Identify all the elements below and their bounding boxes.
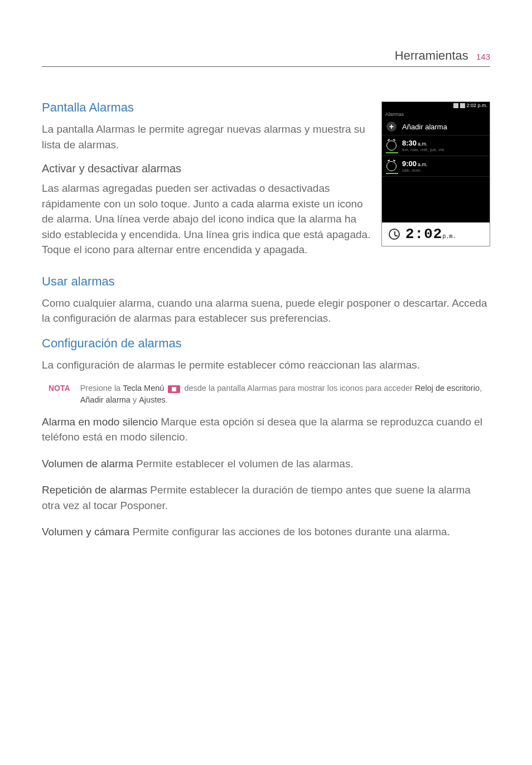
alarm-1-ampm: a.m. <box>418 141 428 147</box>
alarm-row-2[interactable]: 9:00a.m. sáb, dom <box>382 156 490 177</box>
menu-key-icon <box>168 385 180 393</box>
alarm-1-time: 8:30a.m. <box>402 139 444 147</box>
note-tecla-menu: Tecla Menú <box>123 384 164 393</box>
phone-status-bar: 2:02 p.m. <box>382 102 490 110</box>
clock-icon <box>389 229 400 240</box>
alarm-clock-icon <box>386 141 396 151</box>
alarm-2-ampm: a.m. <box>418 162 428 167</box>
alarm-clock-icon <box>386 161 396 171</box>
alarm-row-1[interactable]: 8:30a.m. lun, mar, mié, jue, vie <box>382 135 490 156</box>
note-dot: . <box>166 395 168 404</box>
option-volumen-lead: Volumen de alarma <box>42 458 133 469</box>
footer-pm: p.m. <box>442 234 456 240</box>
paragraph-config: La configuración de alarmas le permite e… <box>42 357 490 373</box>
option-repeticion-lead: Repetición de alarmas <box>42 484 147 496</box>
footer-time: 2:02p.m. <box>405 226 456 243</box>
option-volumen-rest: Permite establecer el volumen de las ala… <box>133 458 354 469</box>
signal-icon <box>453 103 458 108</box>
note-sep1: , <box>480 384 482 393</box>
option-silencio-lead: Alarma en modo silencio <box>42 416 158 428</box>
alarm-2-hhmm: 9:00 <box>402 159 417 168</box>
section-title-usar-alarmas: Usar alarmas <box>42 274 490 289</box>
screen-tab-label: Alarmas <box>382 110 490 118</box>
option-silencio: Alarma en modo silencio Marque esta opci… <box>42 414 490 445</box>
note-bold-3: Ajustes <box>139 395 166 404</box>
alarm-1-hhmm: 8:30 <box>402 139 417 147</box>
alarm-2-days: sáb, dom <box>402 168 428 173</box>
alarms-screenshot: 2:02 p.m. Alarmas + Añadir alarma 8:30a.… <box>381 101 490 246</box>
note-bold-2: Añadir alarma <box>80 395 130 404</box>
add-alarm-label: Añadir alarma <box>402 123 447 131</box>
note-sep2: y <box>130 395 139 404</box>
alarm-1-days: lun, mar, mié, jue, vie <box>402 147 444 152</box>
note-pre: Presione la <box>80 384 123 393</box>
status-time: 2:02 p.m. <box>466 103 487 108</box>
note-bold-1: Reloj de escritorio <box>415 384 480 393</box>
add-alarm-row[interactable]: + Añadir alarma <box>382 118 490 135</box>
note-text: Presione la Tecla Menú desde la pantalla… <box>80 382 490 406</box>
plus-icon: + <box>386 122 396 132</box>
note-block: NOTA Presione la Tecla Menú desde la pan… <box>49 382 490 406</box>
option-volcam-rest: Permite configurar las acciones de los b… <box>129 526 450 538</box>
header-title-wrap: Herramientas 143 <box>395 49 490 63</box>
clock-footer: 2:02p.m. <box>382 222 490 246</box>
header-title: Herramientas <box>395 49 468 62</box>
alarm-2-time: 9:00a.m. <box>402 159 428 168</box>
option-repeticion: Repetición de alarmas Permite establecer… <box>42 482 490 513</box>
section-title-config: Configuración de alarmas <box>42 336 490 351</box>
page-number: 143 <box>476 52 490 61</box>
option-volumen: Volumen de alarma Permite establecer el … <box>42 456 490 472</box>
paragraph-usar-alarmas: Como cualquier alarma, cuando una alarma… <box>42 296 490 326</box>
option-volcam: Volumen y cámara Permite configurar las … <box>42 524 490 540</box>
option-volcam-lead: Volumen y cámara <box>42 526 129 538</box>
page-header: Herramientas 143 <box>42 33 490 67</box>
battery-icon <box>460 103 465 108</box>
footer-hhmm: 2:02 <box>405 226 442 243</box>
note-post1: desde la pantalla Alarmas para mostrar l… <box>182 384 415 393</box>
note-label: NOTA <box>49 382 70 406</box>
